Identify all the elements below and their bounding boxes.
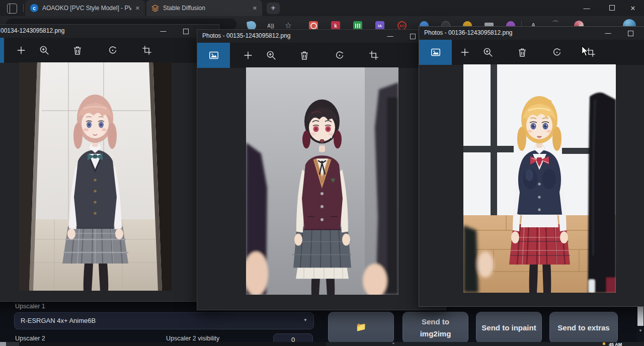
photos-toolbar bbox=[419, 40, 644, 65]
image-00135 bbox=[246, 67, 398, 295]
zoom-in-icon[interactable] bbox=[477, 40, 499, 65]
maximize-button[interactable] bbox=[619, 27, 642, 40]
civitai-favicon: c bbox=[30, 4, 38, 12]
window-minimize-button[interactable]: — bbox=[579, 4, 594, 13]
send-to-img2img-button[interactable]: Send to img2img bbox=[403, 312, 468, 343]
see-all-photos-button[interactable] bbox=[197, 43, 230, 68]
browser-tab-bar: c AOAOKO [PVC Style Model] - PV ✕ Stable… bbox=[0, 0, 644, 16]
window-restore-button[interactable] bbox=[604, 4, 619, 13]
delete-icon[interactable] bbox=[511, 40, 533, 65]
tab-actions-icon[interactable] bbox=[7, 4, 17, 14]
zoom-in-icon[interactable] bbox=[260, 43, 282, 68]
taskbar-corner bbox=[0, 342, 6, 346]
notification-icon bbox=[603, 342, 605, 345]
chevron-down-icon: ▼ bbox=[303, 318, 307, 322]
image-00134 bbox=[19, 62, 172, 291]
read-aloud-icon[interactable]: A)) bbox=[266, 22, 276, 30]
send-to-extras-button[interactable]: Send to extras bbox=[549, 312, 618, 343]
window-title: Photos - 00135-1243095812.png bbox=[202, 32, 290, 39]
delete-icon[interactable] bbox=[66, 38, 89, 63]
sd-favicon bbox=[151, 5, 159, 12]
scrollbar-down-arrow[interactable]: ▼ bbox=[637, 327, 644, 335]
see-all-photos-button[interactable] bbox=[419, 40, 452, 65]
image-00136 bbox=[463, 64, 616, 293]
upscaler2-visibility-label: Upscaler 2 visibility bbox=[166, 335, 219, 342]
delete-icon[interactable] bbox=[293, 43, 315, 68]
send-to-inpaint-button[interactable]: Send to inpaint bbox=[476, 312, 542, 343]
add-icon[interactable] bbox=[454, 40, 476, 65]
crop-icon[interactable] bbox=[136, 38, 158, 63]
taskbar-apps-area bbox=[326, 342, 644, 346]
title-bar[interactable]: Photos - 00135-1243095812.png — ✕ bbox=[197, 30, 446, 43]
crop-icon[interactable] bbox=[363, 43, 385, 68]
minimize-button[interactable]: — bbox=[597, 27, 619, 40]
rotate-icon[interactable] bbox=[546, 40, 568, 65]
photos-window-00136: Photos - 00136-1243095812.png — ✕ bbox=[419, 26, 644, 307]
zoom-in-icon[interactable] bbox=[33, 38, 55, 63]
upscaler1-value: R-ESRGAN 4x+ Anime6B bbox=[21, 317, 96, 324]
new-tab-button[interactable]: + bbox=[267, 3, 280, 14]
photos-toolbar bbox=[197, 43, 446, 68]
window-close-button[interactable]: ✕ bbox=[625, 4, 640, 13]
window-title: Photos - 00134-1243095812.png bbox=[0, 27, 64, 34]
photos-toolbar bbox=[0, 38, 219, 63]
upscaler1-dropdown[interactable]: R-ESRGAN 4x+ Anime6B ▼ bbox=[14, 312, 314, 329]
tab-title: AOAOKO [PVC Style Model] - PV bbox=[42, 5, 131, 12]
mouse-cursor bbox=[581, 46, 589, 59]
upscaler2-label: Upscaler 2 bbox=[15, 335, 45, 342]
window-title: Photos - 00136-1243095812.png bbox=[424, 29, 512, 36]
taskbar[interactable]: ^ 45 AM bbox=[0, 342, 644, 346]
rotate-icon[interactable] bbox=[329, 43, 351, 68]
upscaler1-label: Upscaler 1 bbox=[15, 303, 45, 310]
add-icon[interactable] bbox=[10, 38, 32, 63]
photos-window-00135: Photos - 00135-1243095812.png — ✕ bbox=[197, 29, 446, 310]
favorites-star-icon[interactable]: ☆ bbox=[283, 20, 293, 30]
tab-close-icon[interactable]: ✕ bbox=[253, 5, 257, 12]
close-button[interactable]: ✕ bbox=[642, 27, 644, 40]
add-icon[interactable] bbox=[237, 43, 259, 68]
maximize-button[interactable] bbox=[175, 25, 197, 38]
photos-window-00134: Photos - 00134-1243095812.png — ✕ bbox=[0, 24, 219, 302]
tray-chevron-icon[interactable]: ^ bbox=[392, 342, 394, 346]
start-button[interactable] bbox=[6, 342, 19, 346]
title-bar[interactable]: Photos - 00134-1243095812.png — ✕ bbox=[0, 25, 219, 38]
see-all-photos-button[interactable] bbox=[0, 38, 4, 63]
open-folder-button[interactable]: 📁 bbox=[328, 312, 394, 343]
tab-title: Stable Diffusion bbox=[163, 5, 249, 12]
rotate-icon[interactable] bbox=[102, 38, 124, 63]
tab-stable-diffusion[interactable]: Stable Diffusion ✕ bbox=[146, 0, 262, 16]
minimize-button[interactable]: — bbox=[379, 30, 401, 43]
divider bbox=[23, 4, 24, 12]
tab-close-icon[interactable]: ✕ bbox=[135, 5, 140, 12]
tab-civitai[interactable]: c AOAOKO [PVC Style Model] - PV ✕ bbox=[25, 0, 145, 16]
minimize-button[interactable]: — bbox=[152, 25, 175, 38]
title-bar[interactable]: Photos - 00136-1243095812.png — ✕ bbox=[419, 27, 644, 40]
clock: 45 AM bbox=[609, 342, 622, 346]
